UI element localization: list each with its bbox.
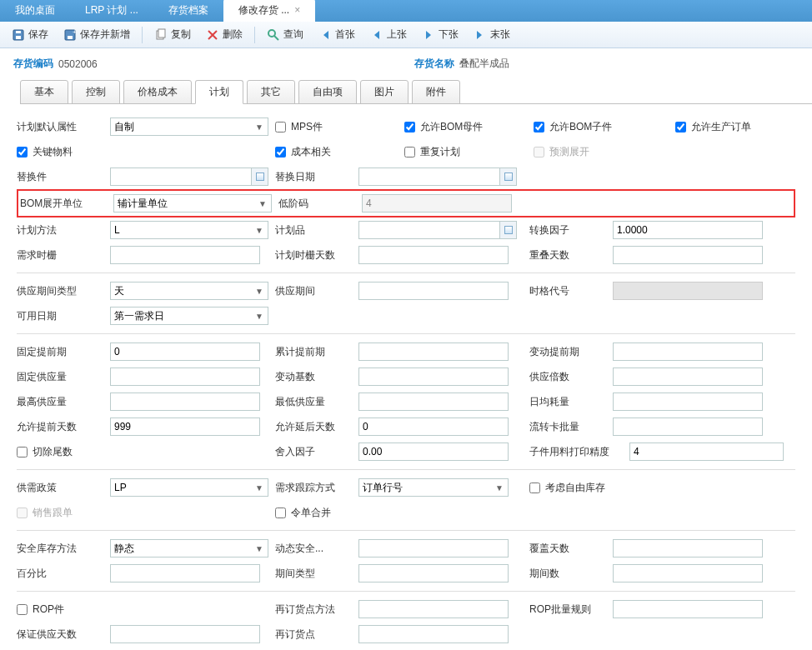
tab-pic[interactable]: 图片 xyxy=(360,80,409,104)
main-tab-stock-file[interactable]: 存货档案 xyxy=(153,0,223,22)
chevron-down-icon[interactable]: ▼ xyxy=(251,540,268,557)
conv-factor-input[interactable] xyxy=(613,221,763,239)
tab-plan[interactable]: 计划 xyxy=(195,80,243,104)
allow-prod-order-checkbox[interactable]: 允许生产订单 xyxy=(675,120,751,134)
dyn-safety-input[interactable] xyxy=(358,539,509,558)
tab-attach[interactable]: 附件 xyxy=(412,80,460,104)
supply-policy-dropdown[interactable] xyxy=(110,478,268,497)
chevron-down-icon[interactable]: ▼ xyxy=(251,118,268,135)
plan-section-3: 固定提前期 累计提前期 变动提前期 固定供应量 变动基数 供应倍数 最高供应量 … xyxy=(17,334,795,470)
prev-button[interactable]: 上张 xyxy=(363,25,414,44)
delete-button[interactable]: 删除 xyxy=(199,25,249,44)
plan-fence-days-label: 计划时栅天数 xyxy=(275,248,358,262)
rop-checkbox[interactable]: ROP件 xyxy=(17,602,110,617)
allow-bom-parent-checkbox[interactable]: 允许BOM母件 xyxy=(404,120,483,134)
tab-basic[interactable]: 基本 xyxy=(20,80,68,104)
chevron-down-icon[interactable]: ▼ xyxy=(251,479,268,496)
round-factor-input[interactable] xyxy=(358,442,509,461)
var-base-input[interactable] xyxy=(358,368,509,386)
chevron-down-icon[interactable]: ▼ xyxy=(251,222,268,238)
allow-bom-child-checkbox[interactable]: 允许BOM子件 xyxy=(534,120,612,134)
daily-cons-label: 日均耗量 xyxy=(529,395,613,409)
chevron-down-icon[interactable]: ▼ xyxy=(251,308,268,324)
dyn-safety-label: 动态安全... xyxy=(275,542,358,556)
allow-late-days-input[interactable] xyxy=(358,418,509,436)
demand-fence-label: 需求时栅 xyxy=(17,248,110,262)
main-tab-lrp[interactable]: LRP 计划 ... xyxy=(70,0,153,22)
guarantee-days-input[interactable] xyxy=(110,625,260,643)
child-print-prec-input[interactable] xyxy=(629,442,784,461)
allow-early-days-input[interactable] xyxy=(110,418,260,436)
lookup-icon[interactable] xyxy=(499,222,516,238)
safety-method-dropdown[interactable] xyxy=(110,539,268,558)
first-button[interactable]: 首张 xyxy=(312,25,362,44)
replace-date-input[interactable] xyxy=(358,168,517,186)
reorder-method-input[interactable] xyxy=(358,600,509,618)
supply-period-input[interactable] xyxy=(358,282,509,300)
min-supply-label: 最低供应量 xyxy=(275,395,358,409)
plan-default-dropdown[interactable] xyxy=(110,118,268,136)
allow-late-days-label: 允许延后天数 xyxy=(275,420,358,434)
tab-cost[interactable]: 价格成本 xyxy=(123,80,192,104)
chevron-down-icon[interactable]: ▼ xyxy=(251,282,268,299)
cut-tail-checkbox[interactable]: 切除尾数 xyxy=(17,445,110,459)
chevron-down-icon[interactable]: ▼ xyxy=(254,195,271,212)
demand-track-dropdown[interactable] xyxy=(358,478,509,497)
main-tab-edit-stock[interactable]: 修改存货 ...× xyxy=(223,0,315,22)
flow-batch-input[interactable] xyxy=(613,418,763,436)
last-button[interactable]: 末张 xyxy=(467,25,517,44)
fixed-supply-input[interactable] xyxy=(110,368,260,386)
plan-item-input[interactable] xyxy=(358,221,517,239)
save-button[interactable]: 保存 xyxy=(5,25,55,44)
close-icon[interactable]: × xyxy=(294,4,300,16)
var-lead-input[interactable] xyxy=(613,342,763,361)
calendar-icon[interactable] xyxy=(499,168,516,185)
reorder-point-input[interactable] xyxy=(358,625,509,643)
cost-related-checkbox[interactable]: 成本相关 xyxy=(275,145,331,159)
period-type-label: 期间类型 xyxy=(275,567,358,581)
cum-lead-label: 累计提前期 xyxy=(275,345,358,359)
rop-batch-rule-input[interactable] xyxy=(613,600,763,618)
tab-free[interactable]: 自由项 xyxy=(298,80,357,104)
main-tab-desktop[interactable]: 我的桌面 xyxy=(0,0,70,22)
fixed-lead-input[interactable] xyxy=(110,342,260,361)
replan-checkbox[interactable]: 重复计划 xyxy=(404,145,460,159)
avail-date-label: 可用日期 xyxy=(17,309,110,323)
query-button[interactable]: 查询 xyxy=(260,25,310,44)
tab-control[interactable]: 控制 xyxy=(72,80,120,104)
demand-fence-input[interactable] xyxy=(110,246,260,264)
max-supply-label: 最高供应量 xyxy=(17,395,110,409)
tab-other[interactable]: 其它 xyxy=(247,80,295,104)
key-material-checkbox[interactable]: 关键物料 xyxy=(17,145,110,159)
copy-button[interactable]: 复制 xyxy=(148,25,198,44)
header-info: 存货编码 0502006 存货名称 叠配半成品 xyxy=(0,48,812,79)
bom-unit-dropdown[interactable] xyxy=(113,194,272,212)
mps-checkbox[interactable]: MPS件 xyxy=(275,120,323,134)
replace-input[interactable] xyxy=(110,168,268,186)
period-type-input[interactable] xyxy=(358,564,509,582)
plan-method-dropdown[interactable] xyxy=(110,221,268,239)
replace-date-label: 替换日期 xyxy=(275,170,358,184)
chevron-down-icon[interactable]: ▼ xyxy=(491,479,508,496)
cover-days-input[interactable] xyxy=(613,539,763,558)
supply-mult-input[interactable] xyxy=(613,368,763,386)
save-new-button[interactable]: + 保存并新增 xyxy=(57,25,137,44)
consider-free-stock-checkbox[interactable]: 考虑自由库存 xyxy=(529,481,605,495)
percent-input[interactable] xyxy=(110,564,260,582)
next-button[interactable]: 下张 xyxy=(415,25,465,44)
max-supply-input[interactable] xyxy=(110,392,260,411)
min-supply-input[interactable] xyxy=(358,392,509,411)
lookup-icon[interactable] xyxy=(251,168,268,185)
cum-lead-input[interactable] xyxy=(358,342,509,361)
recount-days-input[interactable] xyxy=(613,246,763,264)
supply-period-type-label: 供应期间类型 xyxy=(17,284,110,298)
percent-label: 百分比 xyxy=(17,567,110,581)
order-merge-checkbox[interactable]: 令单合并 xyxy=(275,506,331,520)
delete-icon xyxy=(206,28,219,42)
daily-cons-input[interactable] xyxy=(613,392,763,411)
period-num-input[interactable] xyxy=(613,564,763,582)
supply-period-type-dropdown[interactable] xyxy=(110,282,268,300)
plan-fence-days-input[interactable] xyxy=(358,246,509,264)
avail-date-dropdown[interactable] xyxy=(110,307,268,325)
var-base-label: 变动基数 xyxy=(275,370,358,384)
